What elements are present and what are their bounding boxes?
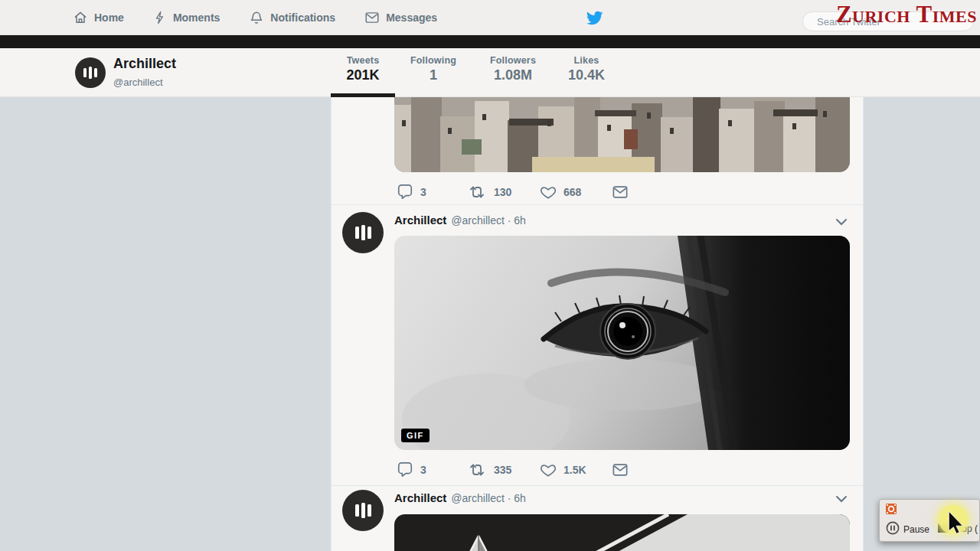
tweet-options-chevron-down-icon[interactable] <box>835 217 848 227</box>
heart-icon <box>540 461 557 478</box>
nav-item-home[interactable]: Home <box>73 10 124 25</box>
tweet-options-chevron-down-icon[interactable] <box>835 494 848 504</box>
gif-badge: GIF <box>401 429 430 442</box>
record-icon <box>886 504 897 514</box>
stat-label: Followers <box>479 55 547 66</box>
pause-icon <box>886 521 900 538</box>
avatar-bar <box>361 225 365 240</box>
reply-button[interactable]: 3 <box>397 183 426 201</box>
pause-button[interactable]: Pause <box>886 521 929 538</box>
avatar-bar <box>355 227 359 239</box>
tweet-media-cityscape-photo[interactable] <box>394 97 850 172</box>
reply-count: 3 <box>420 464 426 476</box>
like-button[interactable]: 668 <box>540 183 581 201</box>
mouse-cursor <box>947 510 965 540</box>
like-count: 1.5K <box>564 464 586 476</box>
stat-value: 10.4K <box>552 67 621 83</box>
avatar-bar <box>355 504 359 517</box>
stat-value: 1 <box>399 67 468 83</box>
pause-label: Pause <box>903 524 929 535</box>
reply-button[interactable]: 3 <box>397 461 426 479</box>
tweet-header: Archillect @archillect · 6h <box>394 214 526 227</box>
retweet-count: 130 <box>494 186 511 198</box>
tweet-header: Archillect @archillect · 6h <box>394 491 526 504</box>
heart-icon <box>540 184 557 201</box>
reply-icon <box>397 184 413 201</box>
retweet-icon <box>467 461 487 478</box>
archillect-bars-avatar[interactable] <box>75 57 106 88</box>
profile-banner-strip <box>0 35 980 48</box>
nav-item-messages[interactable]: Messages <box>364 11 437 24</box>
profile-name[interactable]: Archillect <box>113 56 176 72</box>
tweet-media-pyramid-photo[interactable] <box>394 514 850 551</box>
dm-button[interactable] <box>611 183 629 201</box>
nav-items: Home Moments Notifications Messages <box>73 0 437 35</box>
moments-icon <box>153 10 167 25</box>
nav-item-notifications[interactable]: Notifications <box>249 10 335 25</box>
tweet-divider <box>332 204 863 205</box>
avatar-bar <box>89 67 92 79</box>
stat-label: Likes <box>552 55 621 66</box>
envelope-icon <box>611 462 629 478</box>
tab-likes[interactable]: Likes 10.4K <box>552 55 621 83</box>
tweet-meta: @archillect · 6h <box>451 492 525 504</box>
nav-label: Messages <box>386 11 437 24</box>
tweet-avatar[interactable] <box>342 212 384 253</box>
avatar-bar <box>368 227 371 239</box>
avatar-bar <box>94 68 97 77</box>
nav-item-moments[interactable]: Moments <box>153 10 220 25</box>
stat-label: Tweets <box>328 55 397 66</box>
top-nav-bar: Home Moments Notifications Messages <box>0 0 980 35</box>
retweet-icon <box>467 184 487 201</box>
avatar-bar <box>368 504 371 517</box>
tweet-media-eye-closeup-gif[interactable]: GIF <box>394 236 850 450</box>
retweet-count: 335 <box>494 464 511 476</box>
avatar-bar <box>361 503 365 518</box>
search-input[interactable] <box>803 12 973 31</box>
home-icon <box>73 10 88 25</box>
stat-value: 1.08M <box>479 67 547 83</box>
tweet-avatar[interactable] <box>342 490 384 531</box>
retweet-button[interactable]: 335 <box>467 461 511 479</box>
messages-icon <box>364 11 380 24</box>
tab-followers[interactable]: Followers 1.08M <box>479 55 547 83</box>
retweet-button[interactable]: 130 <box>467 183 511 201</box>
reply-count: 3 <box>420 186 426 198</box>
dm-button[interactable] <box>611 461 629 479</box>
stat-value: 201K <box>328 67 397 83</box>
tab-tweets[interactable]: Tweets 201K <box>328 55 397 83</box>
profile-handle: @archillect <box>113 77 163 88</box>
tweet-author[interactable]: Archillect <box>394 214 446 227</box>
nav-label: Moments <box>173 11 220 24</box>
reply-icon <box>397 461 413 478</box>
twitter-profile-page: Home Moments Notifications Messages Zuri… <box>0 0 980 551</box>
twitter-bird-icon[interactable] <box>586 11 604 26</box>
stat-label: Following <box>399 55 468 66</box>
notifications-icon <box>249 10 264 25</box>
profile-header-bar: Archillect @archillect Tweets 201K Follo… <box>0 48 980 97</box>
like-button[interactable]: 1.5K <box>540 461 586 479</box>
active-tab-underline <box>331 93 395 97</box>
envelope-icon <box>611 184 629 200</box>
tab-following[interactable]: Following 1 <box>399 55 468 83</box>
nav-label: Home <box>94 11 124 24</box>
tweet-divider <box>332 485 863 486</box>
nav-label: Notifications <box>270 11 335 24</box>
like-count: 668 <box>564 186 581 198</box>
tweet-meta: @archillect · 6h <box>451 214 525 227</box>
avatar-bar <box>83 68 87 77</box>
tweet-author[interactable]: Archillect <box>394 491 446 504</box>
search-box <box>802 11 974 31</box>
